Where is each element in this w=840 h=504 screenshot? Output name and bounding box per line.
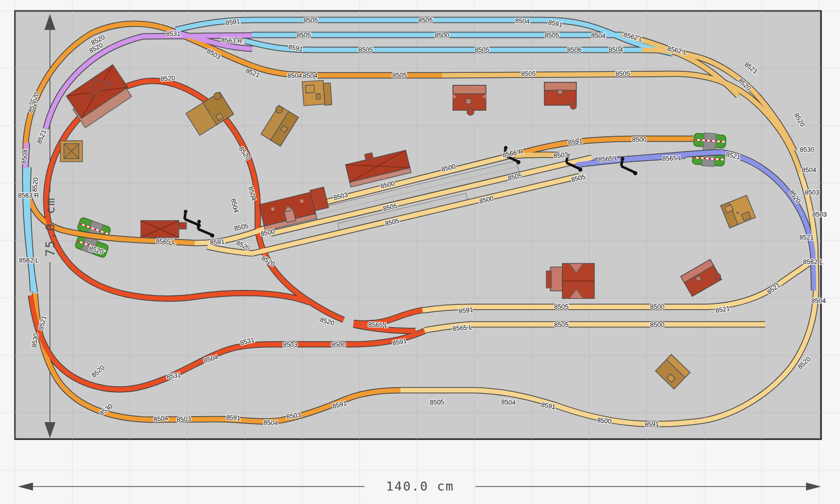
track-part-number: 8504 xyxy=(802,166,817,174)
track-part-number: 8503 xyxy=(176,415,191,424)
track-part-number: 8591 xyxy=(210,238,225,247)
track-part-number: 8520 xyxy=(160,74,175,83)
track-part-number: 8565 L xyxy=(598,154,619,163)
track-part-number: 8504 xyxy=(263,419,278,427)
track-part-number: 8504 xyxy=(501,398,516,407)
track-part-number: 8504 xyxy=(812,297,826,304)
track-part-number: 8520 xyxy=(30,177,39,192)
track-part-number: 8591 xyxy=(226,414,240,422)
track-part-number: 8505 xyxy=(419,16,433,24)
track-part-number: 8500 xyxy=(650,321,665,328)
track-part-number: 8500 xyxy=(650,303,665,310)
track-part-number: 8503 xyxy=(805,189,820,196)
board-width-dimension-label: 140.0 cm xyxy=(365,479,475,494)
track-part-number: 8530 xyxy=(800,146,815,153)
plan-svg: 8591850585058504859185058500850585048562… xyxy=(0,0,840,504)
track-part-number: 8562 L xyxy=(803,258,823,265)
track-part-number: 8505 xyxy=(297,31,311,39)
track-part-number: 8505 xyxy=(429,398,444,406)
track-part-number: 8500 xyxy=(632,136,647,143)
track-part-number: 8505 xyxy=(616,70,630,77)
arrowhead-left-icon xyxy=(18,483,33,491)
track-part-number: 8505 xyxy=(359,46,373,53)
track-part-number: 8505 xyxy=(304,16,318,24)
track-part-number: 8505 xyxy=(554,303,569,310)
track-part-number: 8500 xyxy=(435,31,449,39)
track-part-number: 8565 L xyxy=(662,154,682,162)
track-plan-canvas: 8591850585058504859185058500850585048562… xyxy=(0,0,840,504)
track-part-number: 8504 xyxy=(288,72,302,79)
track-part-number: 8505 xyxy=(393,71,407,79)
track-part-number: 8505 xyxy=(521,70,536,77)
track-part-number: 8505 xyxy=(475,46,489,53)
track-part-number: 8565 L xyxy=(452,323,473,332)
track-part-number: 8504 xyxy=(609,46,623,53)
building-red-house-2[interactable] xyxy=(544,82,576,109)
track-part-number: 8503 xyxy=(283,341,298,348)
track-part-number: 8562 L xyxy=(19,256,39,264)
track-part-number: 8503 xyxy=(813,211,827,218)
track-part-number: 8505 xyxy=(554,321,569,328)
track-part-number: 8531 xyxy=(166,30,181,37)
track-part-number: 8521 xyxy=(800,234,814,241)
track-part-number: 8506 xyxy=(567,46,582,53)
track-part-number: 8565 L xyxy=(368,321,388,329)
track-part-number: 8565 L xyxy=(156,238,176,246)
track-part-number: 8500 xyxy=(597,416,612,425)
track-part-number: 8504 xyxy=(303,72,318,79)
track-part-number: 8500 xyxy=(332,341,346,348)
track-part-number: 8504 xyxy=(153,414,168,423)
track-part-number: 8563 R xyxy=(221,36,243,44)
board-height-dimension-label: 75.0 cm xyxy=(43,192,57,262)
building-sheds[interactable] xyxy=(302,80,332,107)
track-part-number: 8504 xyxy=(515,17,530,25)
track-part-number: 8505 xyxy=(545,31,559,39)
track-part-number: 8591 xyxy=(644,420,659,429)
track-part-number: 8504 xyxy=(591,31,606,40)
track-part-number: 8503 xyxy=(553,151,568,160)
track-part-number: 8563 R xyxy=(18,192,39,199)
building-crate[interactable] xyxy=(60,141,82,162)
